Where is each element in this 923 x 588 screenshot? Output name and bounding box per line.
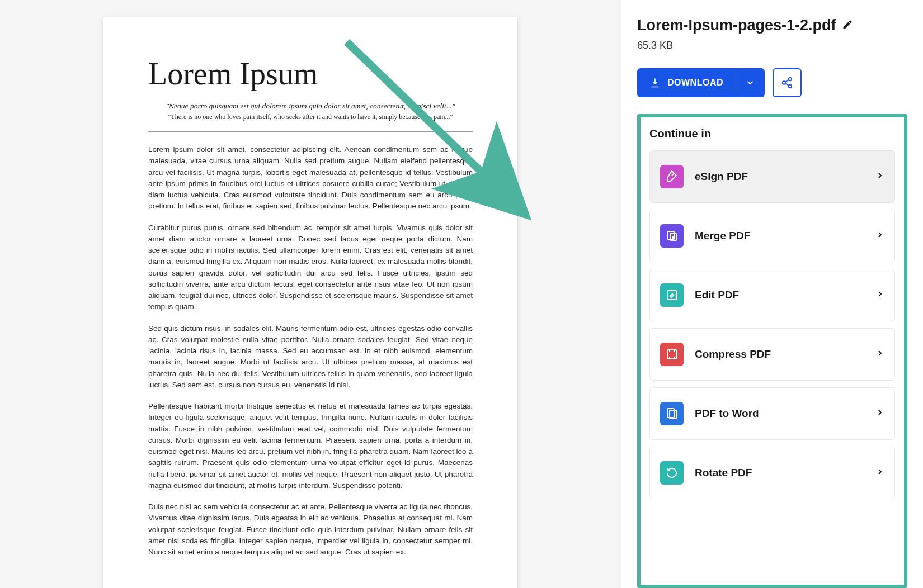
document-paragraph: Sed quis dictum risus, in sodales elit. … (148, 323, 473, 391)
merge-icon (660, 224, 684, 248)
tool-label: PDF to Word (695, 407, 864, 420)
download-button[interactable]: DOWNLOAD (637, 68, 736, 97)
chevron-right-icon (875, 467, 884, 478)
chevron-right-icon (875, 349, 884, 360)
compress-icon (660, 343, 684, 366)
svg-line-5 (785, 83, 789, 86)
download-label: DOWNLOAD (667, 78, 723, 88)
tool-label: Compress PDF (695, 348, 864, 361)
tool-label: Merge PDF (695, 230, 864, 242)
tool-item-edit[interactable]: Edit PDF (649, 269, 895, 321)
document-preview: Lorem Ipsum "Neque porro quisquam est qu… (103, 17, 517, 588)
tool-item-pen[interactable]: eSign PDF (649, 150, 895, 203)
tool-item-merge[interactable]: Merge PDF (649, 210, 895, 262)
chevron-down-icon (745, 78, 755, 88)
edit-icon (660, 283, 684, 307)
word-icon (660, 402, 684, 425)
pen-icon (660, 165, 684, 188)
document-paragraph: Duis nec nisi ac sem vehicula consectetu… (148, 501, 473, 558)
download-button-group: DOWNLOAD (637, 68, 765, 97)
file-size: 65.3 KB (637, 40, 907, 51)
download-icon (649, 77, 661, 88)
edit-filename-icon[interactable] (842, 19, 853, 32)
share-icon (781, 77, 793, 89)
document-quote-1: "Neque porro quisquam est qui dolorem ip… (148, 102, 473, 111)
tool-item-word[interactable]: PDF to Word (649, 387, 895, 440)
download-dropdown-button[interactable] (736, 68, 765, 97)
tool-item-compress[interactable]: Compress PDF (649, 328, 895, 381)
document-divider (148, 131, 473, 132)
continue-panel: Continue in eSign PDFMerge PDFEdit PDFCo… (637, 114, 907, 588)
svg-rect-11 (667, 350, 676, 359)
document-quote-2: "There is no one who loves pain itself, … (148, 113, 473, 121)
svg-line-4 (785, 80, 789, 82)
tool-label: eSign PDF (695, 170, 864, 183)
chevron-right-icon (875, 171, 884, 182)
rotate-icon (660, 461, 684, 485)
tool-label: Rotate PDF (695, 467, 864, 479)
svg-point-3 (789, 85, 792, 88)
document-paragraph: Pellentesque habitant morbi tristique se… (148, 401, 473, 491)
continue-title: Continue in (649, 127, 895, 140)
tool-item-rotate[interactable]: Rotate PDF (649, 447, 895, 499)
svg-point-2 (783, 81, 786, 84)
file-name: Lorem-Ipsum-pages-1-2.pdf (637, 17, 836, 34)
document-paragraph: Curabitur purus purus, ornare sed bibend… (148, 222, 473, 313)
share-button[interactable] (773, 68, 802, 97)
svg-point-1 (789, 78, 792, 81)
chevron-right-icon (875, 230, 884, 241)
document-title: Lorem Ipsum (148, 56, 473, 92)
tool-label: Edit PDF (695, 289, 864, 301)
chevron-right-icon (875, 408, 884, 419)
document-paragraph: Lorem ipsum dolor sit amet, consectetur … (148, 144, 473, 212)
chevron-right-icon (875, 290, 884, 301)
